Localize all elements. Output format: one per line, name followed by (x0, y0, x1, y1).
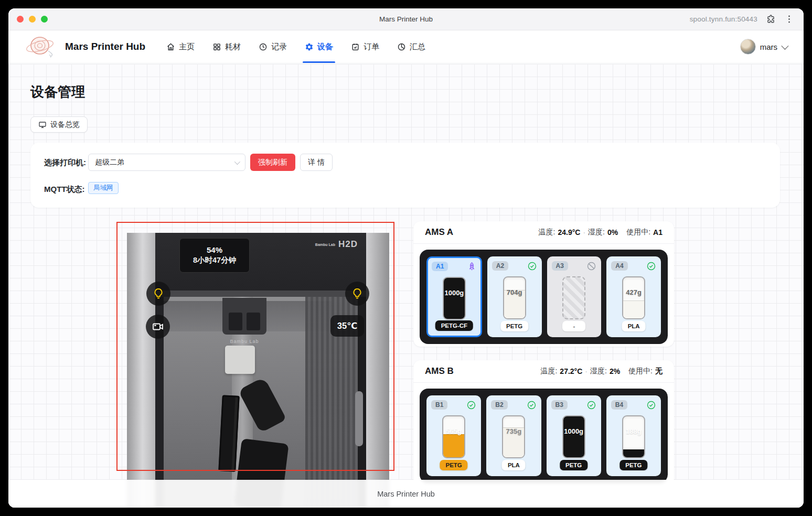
material-pill: PETG (500, 321, 528, 331)
slot-id-badge: B3 (551, 400, 568, 410)
slot-id-badge: B4 (611, 400, 627, 410)
printer-brand: Bambu Lab (315, 243, 335, 246)
ams-slot-a1[interactable]: A1 1000g PETG-CF (426, 256, 482, 337)
browser-window: Mars Printer Hub spool.tynn.fun:50443 Ma… (8, 8, 804, 508)
lightbulb-icon (152, 287, 165, 300)
page-title: 设备管理 (30, 83, 85, 101)
mqtt-status-label: MQTT状态: (44, 185, 84, 195)
spool-weight: 1000g (564, 427, 583, 435)
spool-weight: 188g (626, 427, 642, 435)
nav-label: 耗材 (225, 42, 241, 52)
slot-id-badge: B1 (431, 400, 447, 410)
check-circle-icon (646, 400, 656, 410)
printer-select-label: 选择打印机: (44, 158, 86, 168)
check-circle-icon (527, 261, 537, 271)
material-pill: PETG (560, 460, 587, 470)
nav-item-filament[interactable]: 耗材 (212, 30, 241, 63)
printer-model-logo: Bambu Lab H2D (315, 239, 358, 250)
ams-slot-b4[interactable]: B4 188g PETG (606, 395, 661, 476)
nav-item-devices[interactable]: 设备 (305, 30, 333, 63)
printer-screen: 54% 8小时47分钟 (179, 238, 250, 273)
ams-slot-b3[interactable]: B3 1000g PETG (547, 395, 601, 476)
humidity-label: 湿度: (588, 228, 605, 237)
app-logo (25, 33, 58, 60)
rocket-icon (467, 262, 477, 272)
nav-label: 记录 (271, 42, 287, 52)
printer-filter-card: 选择打印机: 超级二弟 强制刷新 详 情 MQTT状态: 局域网 (30, 143, 780, 208)
page-footer: Mars Printer Hub (8, 480, 804, 508)
slot-id-badge: B2 (491, 400, 507, 410)
chamber-light-button[interactable] (146, 282, 170, 306)
browser-tab-title: Mars Printer Hub (8, 15, 804, 23)
home-icon (166, 42, 175, 51)
spool-weight: 735g (506, 427, 522, 435)
spool-graphic: 704g (503, 276, 526, 319)
nav-item-summary[interactable]: 汇总 (397, 30, 425, 63)
nav-label: 主页 (179, 42, 195, 52)
device-overview-button[interactable]: 设备总览 (30, 116, 88, 133)
ams-name: AMS A (425, 227, 453, 238)
ams-slot-b2[interactable]: B2 735g PLA (486, 395, 541, 476)
check-circle-icon (646, 261, 656, 271)
humidity-value: 0% (607, 228, 618, 236)
browser-menu-icon[interactable] (784, 14, 794, 24)
ams-name: AMS B (425, 366, 454, 377)
material-pill: PETG-CF (435, 320, 473, 331)
slot-id-badge: A3 (552, 261, 568, 271)
printer-divider (155, 291, 366, 297)
main-nav: 主页 耗材 记录 设备 订单 汇总 (166, 30, 425, 63)
printer-model: H2D (338, 239, 358, 250)
monitor-icon (38, 121, 47, 129)
spool-graphic: 735g (502, 415, 525, 458)
printer-camera-view: 54% 8小时47分钟 Bambu Lab H2D Bambu Lab (127, 233, 389, 508)
material-pill: PETG (619, 460, 647, 470)
ams-b-panel: AMS B 温度:27.2°C · 湿度:2% 使用中:无 B1 (413, 360, 674, 486)
humidity-value: 2% (610, 367, 620, 375)
user-avatar (740, 39, 756, 55)
material-pill: PLA (502, 460, 526, 470)
spool-graphic: 427g (622, 276, 645, 319)
spool-weight: 704g (507, 288, 522, 296)
ams-stats: 温度:27.2°C · 湿度:2% 使用中:无 (540, 367, 663, 376)
nav-item-orders[interactable]: 订单 (351, 30, 379, 63)
ams-slot-a3[interactable]: A3 - (547, 256, 602, 337)
nav-item-records[interactable]: 记录 (259, 30, 287, 63)
chamber-light-button[interactable] (345, 282, 369, 306)
separator: · (585, 367, 587, 375)
printer-frame-right (366, 233, 389, 508)
browser-chrome: Mars Printer Hub spool.tynn.fun:50443 (8, 8, 804, 30)
nav-label: 汇总 (410, 42, 425, 52)
user-name: mars (760, 42, 777, 51)
ams-slot-a2[interactable]: A2 704g PETG (487, 256, 542, 337)
chamber-object (225, 346, 255, 374)
door-handle (355, 391, 363, 446)
footer-text: Mars Printer Hub (377, 490, 435, 498)
slot-id-badge: A2 (492, 261, 508, 271)
ams-slot-b1[interactable]: B1 565g PETG (426, 395, 481, 476)
gear-icon (305, 42, 314, 51)
check-circle-icon (586, 400, 596, 410)
camera-toggle-button[interactable] (146, 315, 170, 339)
spool-graphic: 565g (442, 415, 465, 458)
humidity-label: 湿度: (590, 367, 607, 376)
spool-weight: 1000g (444, 289, 464, 297)
grid-icon (212, 42, 221, 51)
details-button[interactable]: 详 情 (300, 154, 333, 171)
active-value: A1 (653, 228, 663, 236)
nav-item-home[interactable]: 主页 (166, 30, 195, 63)
temp-label: 温度: (540, 367, 557, 376)
active-label: 使用中: (628, 367, 653, 376)
separator: · (583, 228, 585, 236)
spool-graphic-empty (562, 276, 585, 319)
clock-icon (259, 42, 268, 51)
user-menu[interactable]: mars (740, 39, 787, 55)
print-progress: 54% (207, 245, 222, 254)
overview-button-label: 设备总览 (50, 120, 80, 130)
app-title: Mars Printer Hub (65, 41, 145, 52)
order-check-icon (351, 42, 360, 51)
force-refresh-button[interactable]: 强制刷新 (250, 154, 295, 171)
extensions-icon[interactable] (766, 14, 776, 24)
printer-select[interactable]: 超级二弟 (88, 154, 245, 171)
address-url[interactable]: spool.tynn.fun:50443 (690, 15, 757, 23)
ams-slot-a4[interactable]: A4 427g PLA (606, 256, 661, 337)
